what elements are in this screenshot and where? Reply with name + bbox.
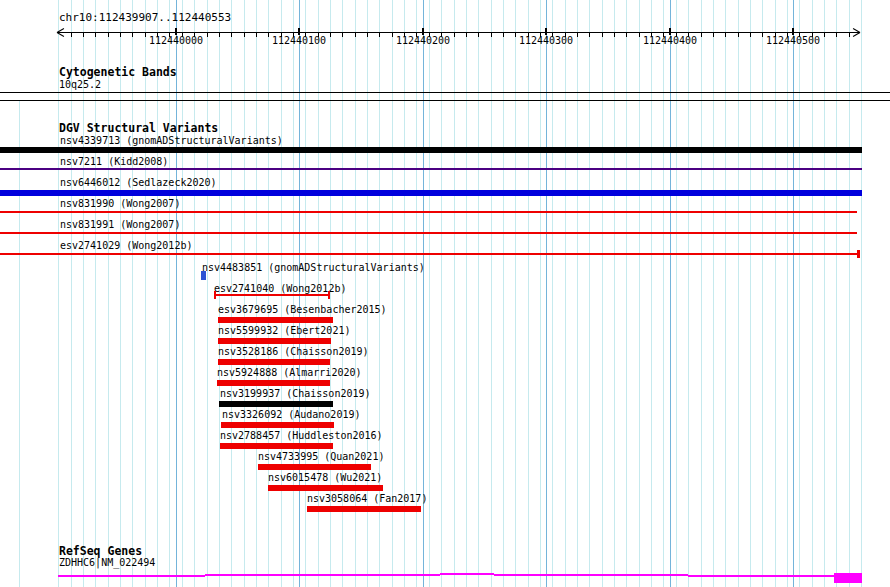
gene-intron-segment[interactable]	[440, 573, 494, 575]
gene-intron-segment[interactable]	[688, 575, 786, 577]
gene-intron-segment[interactable]	[593, 574, 688, 576]
gene-intron-segment[interactable]	[494, 574, 593, 576]
gene-intron-segment[interactable]	[205, 574, 300, 576]
gene-intron-segment[interactable]	[786, 575, 835, 577]
gene-intron-segment[interactable]	[105, 575, 205, 577]
refseq-gene	[0, 0, 890, 587]
gene-exon-box[interactable]	[834, 573, 862, 583]
gene-intron-segment[interactable]	[300, 574, 440, 576]
gene-intron-segment[interactable]	[58, 575, 105, 577]
genome-browser-panel: chr10:112439907..112440553 1124400001124…	[0, 0, 890, 587]
